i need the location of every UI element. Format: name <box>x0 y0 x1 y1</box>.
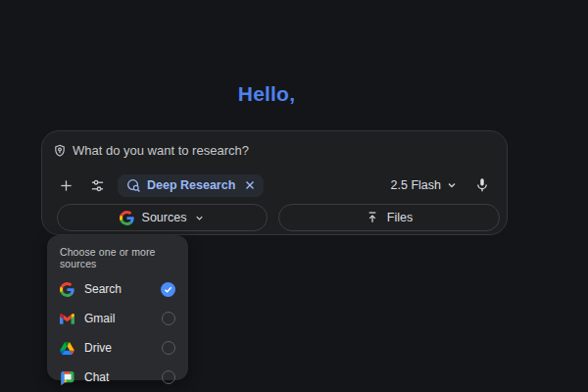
model-name: 2.5 Flash <box>391 178 441 192</box>
sources-button[interactable]: Sources <box>57 204 268 231</box>
research-prompt-box[interactable]: What do you want to research? <box>41 130 508 235</box>
source-label: Chat <box>84 370 109 384</box>
files-label: Files <box>387 211 413 224</box>
chevron-down-icon <box>446 179 458 191</box>
tune-sliders-icon <box>90 178 105 193</box>
radio-unchecked <box>162 370 175 384</box>
greeting-title: Hello, <box>41 82 492 106</box>
prompt-actions: Sources Files <box>57 204 500 231</box>
source-label: Gmail <box>84 312 115 325</box>
prompt-toolbar: Deep Research 2.5 Flash <box>53 172 495 199</box>
source-option-chat[interactable]: Chat <box>47 363 188 392</box>
microphone-button[interactable] <box>469 172 495 198</box>
google-g-icon <box>120 211 134 225</box>
source-label: Drive <box>84 341 112 355</box>
microphone-icon <box>474 177 490 193</box>
deep-research-icon <box>126 178 141 193</box>
google-drive-icon <box>60 342 74 355</box>
tools-button[interactable] <box>84 172 110 198</box>
sources-menu-title: Choose one or more sources <box>47 241 188 274</box>
gmail-icon <box>60 313 74 324</box>
google-g-icon <box>60 282 74 297</box>
plus-icon <box>59 178 74 193</box>
chevron-down-icon <box>194 213 205 223</box>
chip-close-icon[interactable] <box>245 180 255 190</box>
prompt-input[interactable]: What do you want to research? <box>53 143 249 158</box>
selected-check-icon <box>161 282 175 297</box>
deep-research-chip[interactable]: Deep Research <box>118 174 264 197</box>
source-label: Search <box>84 282 122 296</box>
sources-label: Sources <box>142 211 187 224</box>
sources-dropdown-menu: Choose one or more sources Search <box>47 235 188 380</box>
source-option-gmail[interactable]: Gmail <box>47 304 188 333</box>
radio-unchecked <box>162 312 175 325</box>
deep-research-label: Deep Research <box>147 178 235 192</box>
research-target-icon <box>53 144 67 158</box>
source-option-drive[interactable]: Drive <box>47 333 188 363</box>
gemini-app: Hello, What do you want to research? <box>0 0 588 392</box>
model-selector[interactable]: 2.5 Flash <box>391 178 458 192</box>
prompt-placeholder: What do you want to research? <box>73 143 249 158</box>
google-chat-icon <box>60 370 74 385</box>
source-option-search[interactable]: Search <box>47 274 188 304</box>
upload-icon <box>366 211 379 224</box>
radio-unchecked <box>162 341 175 355</box>
add-attachment-button[interactable] <box>53 172 78 198</box>
files-button[interactable]: Files <box>278 204 500 231</box>
